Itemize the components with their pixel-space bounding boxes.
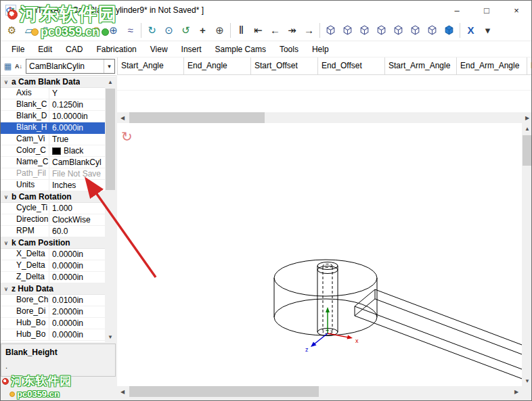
menu-file[interactable]: File <box>5 43 31 56</box>
rotate-view-icon[interactable]: ↻ <box>143 22 160 39</box>
property-row-blank-h[interactable]: Blank_H6.0000in <box>1 122 105 134</box>
property-row-blank-c[interactable]: Blank_C0.1250in <box>1 99 105 111</box>
scroll-left-icon[interactable]: ◀ <box>117 386 128 397</box>
export-excel-icon[interactable]: X <box>462 22 479 39</box>
column-header-start-arm-angle[interactable]: Start_Arm_Angle <box>385 57 457 75</box>
property-row-direction[interactable]: DirectionClockWise <box>1 214 105 226</box>
pause-icon[interactable]: Ⅱ <box>233 22 250 39</box>
scroll-up-icon[interactable]: ▲ <box>105 76 116 87</box>
go-to-start-icon[interactable]: ⇤ <box>250 22 267 39</box>
property-value[interactable]: 2.0000in <box>49 306 105 317</box>
property-group-k-cam-position[interactable]: ∨k Cam Position <box>1 237 105 249</box>
sort-alphabetical-icon[interactable]: A↓ <box>14 61 24 72</box>
view-left-icon[interactable] <box>373 22 390 39</box>
menu-cad[interactable]: CAD <box>59 43 89 56</box>
column-header-start-offset[interactable]: Start_Offset <box>251 57 318 75</box>
collapse-icon[interactable]: ∨ <box>1 194 12 200</box>
property-value[interactable]: 0.0000in <box>49 329 105 340</box>
property-row-name-c[interactable]: Name_CCamBlankCyl <box>1 157 105 168</box>
property-value[interactable]: 0.1250in <box>49 99 105 110</box>
property-value[interactable]: 6.0000in <box>49 122 105 133</box>
property-row-units[interactable]: UnitsInches <box>1 180 105 191</box>
view-top-icon[interactable] <box>407 22 424 39</box>
column-header-end-angle[interactable]: End_Angle <box>184 57 251 75</box>
property-value[interactable]: Black <box>49 145 105 156</box>
property-value[interactable]: True <box>49 134 105 145</box>
property-value[interactable]: 0.0000in <box>49 260 105 271</box>
menu-fabrication[interactable]: Fabrication <box>89 43 143 56</box>
property-row-path-fil[interactable]: Path_FilFile Not Save <box>1 168 105 180</box>
scrollbar-thumb[interactable] <box>523 135 532 166</box>
property-value[interactable]: File Not Save <box>49 168 105 179</box>
spring-icon[interactable]: ≈ <box>122 22 139 39</box>
scroll-down-icon[interactable]: ▼ <box>105 331 116 342</box>
view-shaded-icon[interactable] <box>441 22 458 39</box>
view-bottom-icon[interactable] <box>424 22 441 39</box>
view-front-icon[interactable] <box>339 22 356 39</box>
menu-tools[interactable]: Tools <box>273 43 305 56</box>
categorize-icon[interactable]: ▦ <box>3 61 13 72</box>
step-back-icon[interactable]: ← <box>267 22 284 39</box>
property-group-z-hub-data[interactable]: ∨z Hub Data <box>1 283 105 295</box>
property-row-bore-di[interactable]: Bore_Di2.0000in <box>1 306 105 318</box>
orbit-view-icon[interactable]: ⊙ <box>160 22 177 39</box>
scroll-right-icon[interactable]: ▶ <box>522 112 532 123</box>
property-grid-scrollbar[interactable]: ▲ ▼ <box>105 76 116 342</box>
property-value[interactable]: 1.000 <box>49 203 105 214</box>
property-row-z-delta[interactable]: Z_Delta0.0000in <box>1 272 105 283</box>
property-row-cycle-ti[interactable]: Cycle_Ti1.000 <box>1 203 105 214</box>
scroll-right-icon[interactable]: ▶ <box>511 386 522 397</box>
menu-insert[interactable]: Insert <box>175 43 208 56</box>
scrollbar-thumb[interactable] <box>129 386 319 397</box>
property-value[interactable]: 0.0100in <box>49 295 105 306</box>
scroll-left-icon[interactable]: ◀ <box>117 112 128 123</box>
menu-view[interactable]: View <box>143 43 175 56</box>
property-value[interactable]: 10.0000in <box>49 111 105 122</box>
cam-linear-icon[interactable]: ▭ <box>54 22 71 39</box>
property-group-b-cam-rotation[interactable]: ∨b Cam Rotation <box>1 191 105 203</box>
property-row-hub-bo[interactable]: Hub_Bo0.0000in <box>1 318 105 329</box>
property-value[interactable]: Inches <box>49 180 105 191</box>
cam-table-horizontal-scrollbar[interactable]: ◀ ▶ <box>117 112 532 123</box>
property-row-y-delta[interactable]: Y_Delta0.0000in <box>1 260 105 272</box>
cam-cylinder-icon[interactable]: ▯ <box>37 22 54 39</box>
scroll-up-icon[interactable]: ▲ <box>522 123 532 134</box>
property-value[interactable]: 60.0 <box>49 226 105 237</box>
gear-icon[interactable]: ⚙ <box>3 22 20 39</box>
fast-forward-icon[interactable]: ↠ <box>284 22 301 39</box>
cam-table-body[interactable] <box>117 75 532 112</box>
property-row-cam-vi[interactable]: Cam_ViTrue <box>1 134 105 145</box>
property-row-bore-ch[interactable]: Bore_Ch0.0100in <box>1 295 105 306</box>
property-row-axis[interactable]: AxisY <box>1 88 105 99</box>
spin-view-icon[interactable]: ↺ <box>177 22 194 39</box>
geneva-icon[interactable]: ⊙ <box>88 22 105 39</box>
viewport-horizontal-scrollbar[interactable]: ◀ ▶ <box>117 386 522 397</box>
follower-icon[interactable]: ⊥ <box>71 22 88 39</box>
property-group-a-cam-blank-data[interactable]: ∨a Cam Blank Data <box>1 76 105 88</box>
scrollbar-thumb[interactable] <box>106 89 115 190</box>
menu-sample-cams[interactable]: Sample Cams <box>208 43 273 56</box>
column-header-start-angle[interactable]: Start_Angle <box>118 57 184 75</box>
step-forward-icon[interactable]: → <box>301 22 317 39</box>
maximize-button[interactable]: □ <box>472 1 502 20</box>
scrollbar-thumb[interactable] <box>129 112 265 123</box>
zoom-extents-icon[interactable]: ⊕ <box>211 22 228 39</box>
pan-view-icon[interactable]: + <box>194 22 211 39</box>
menu-edit[interactable]: Edit <box>31 43 59 56</box>
column-header-n[interactable]: N <box>527 57 532 75</box>
property-value[interactable]: 0.0000in <box>49 272 105 283</box>
view-back-icon[interactable] <box>356 22 373 39</box>
property-row-hub-bo[interactable]: Hub_Bo0.0000in <box>1 329 105 341</box>
viewport-vertical-scrollbar[interactable]: ▲ ▼ <box>522 123 532 386</box>
close-button[interactable]: × <box>502 1 531 20</box>
minimize-button[interactable]: – <box>442 1 472 20</box>
menu-help[interactable]: Help <box>305 43 336 56</box>
collapse-icon[interactable]: ∨ <box>1 79 12 85</box>
view-iso-icon[interactable] <box>322 22 339 39</box>
property-value[interactable]: ClockWise <box>49 214 105 225</box>
cam-select-combobox[interactable]: CamBlankCylin ▾ <box>26 59 115 74</box>
property-value[interactable]: 0.0000in <box>49 318 105 329</box>
collapse-icon[interactable]: ∨ <box>1 240 12 246</box>
toolbar-overflow-icon[interactable]: ▾ <box>479 22 496 39</box>
property-value[interactable]: Y <box>49 88 105 99</box>
